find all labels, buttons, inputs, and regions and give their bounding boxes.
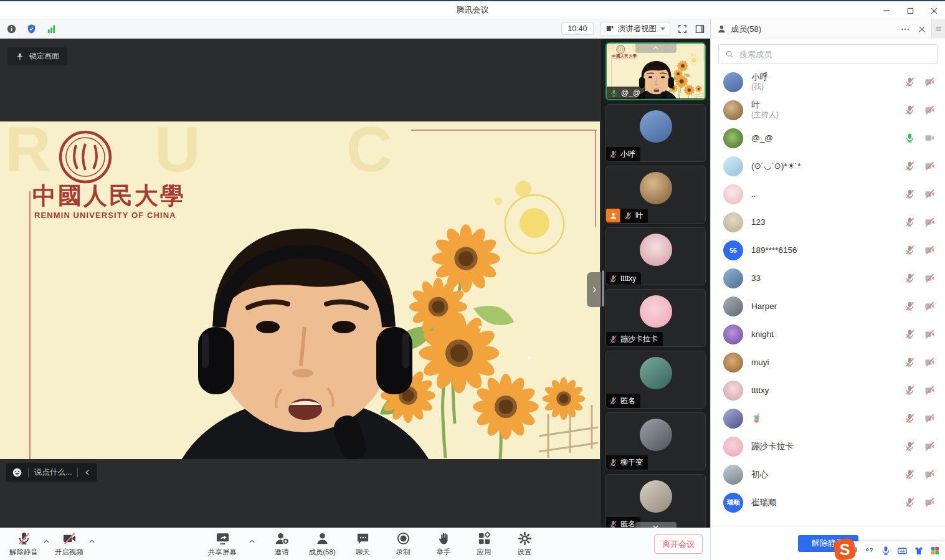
member-row[interactable]: 叶(主持人) bbox=[711, 96, 945, 124]
panel-menu-button[interactable] bbox=[931, 19, 945, 38]
network-signal-icon[interactable] bbox=[46, 24, 57, 34]
thumbnail-participant[interactable]: 匿名 bbox=[605, 351, 706, 409]
member-row[interactable]: 瑞顺 崔瑞顺 bbox=[711, 488, 945, 516]
close-panel-button[interactable] bbox=[918, 25, 926, 34]
thumbnail-active-speaker[interactable]: @_@ bbox=[605, 42, 706, 100]
leave-meeting-button[interactable]: 离开会议 bbox=[654, 534, 703, 554]
emoji-icon[interactable] bbox=[12, 467, 22, 478]
member-row[interactable]: Harper bbox=[711, 292, 945, 320]
share-options-chevron[interactable] bbox=[248, 538, 256, 546]
camera-off-icon[interactable] bbox=[924, 329, 935, 339]
member-row[interactable]: 初心 bbox=[711, 460, 945, 488]
ime-voice-input-icon[interactable] bbox=[881, 546, 891, 556]
thumbnail-participant[interactable]: 小呼 bbox=[605, 104, 706, 162]
mic-muted-icon[interactable] bbox=[905, 77, 915, 87]
camera-off-icon[interactable] bbox=[924, 77, 935, 87]
side-panel-toggle-button[interactable] bbox=[695, 24, 705, 34]
member-row[interactable]: 123 bbox=[711, 208, 945, 236]
camera-off-icon[interactable] bbox=[924, 357, 935, 368]
thumbnail-participant[interactable]: 叶 bbox=[605, 166, 706, 224]
ime-punctuation-icon[interactable] bbox=[864, 546, 875, 556]
mic-muted-icon[interactable] bbox=[905, 385, 915, 396]
mic-muted-icon[interactable] bbox=[905, 329, 915, 339]
share-screen-button[interactable]: 共享屏幕 bbox=[207, 531, 237, 557]
mic-muted-icon[interactable] bbox=[905, 189, 915, 199]
camera-off-icon[interactable] bbox=[924, 245, 935, 255]
member-row[interactable]: muyi bbox=[711, 348, 945, 376]
ime-keyboard-icon[interactable] bbox=[897, 546, 908, 556]
thumbnail-participant[interactable]: 柳干变 bbox=[605, 412, 706, 470]
scroll-thumbnails-down-button[interactable] bbox=[635, 522, 677, 528]
member-row[interactable]: 蹦沙卡拉卡 bbox=[711, 432, 945, 460]
audio-options-chevron[interactable] bbox=[42, 538, 50, 546]
camera-off-icon[interactable] bbox=[924, 105, 935, 115]
search-box[interactable] bbox=[718, 44, 938, 64]
member-row[interactable]: ttttxy bbox=[711, 376, 945, 404]
pin-view-button[interactable]: 锁定画面 bbox=[7, 47, 67, 65]
unmute-button[interactable]: 解除静音 bbox=[9, 531, 39, 557]
main-video-stage[interactable]: 锁定画面 说点什么... bbox=[0, 39, 601, 528]
invite-button[interactable]: 邀请 bbox=[267, 531, 297, 557]
mic-muted-icon[interactable] bbox=[905, 301, 915, 311]
camera-off-icon[interactable] bbox=[924, 301, 935, 311]
camera-off-icon[interactable] bbox=[924, 217, 935, 227]
camera-off-icon[interactable] bbox=[924, 189, 935, 199]
thumbnail-participant[interactable]: ttttxy bbox=[605, 227, 706, 285]
member-row[interactable]: 33 bbox=[711, 264, 945, 292]
camera-off-icon[interactable] bbox=[924, 497, 935, 508]
mic-muted-icon[interactable] bbox=[905, 245, 915, 255]
mic-muted-icon[interactable] bbox=[905, 273, 915, 283]
thumbnail-scrollbar[interactable] bbox=[602, 270, 604, 306]
thumbnail-participant[interactable]: 匿名 bbox=[605, 474, 706, 528]
raise-hand-button[interactable]: 举手 bbox=[429, 531, 458, 557]
mic-muted-icon[interactable] bbox=[905, 217, 915, 227]
camera-off-icon[interactable] bbox=[924, 441, 935, 452]
camera-on-icon[interactable] bbox=[924, 133, 935, 143]
view-mode-selector[interactable]: 演讲者视图 bbox=[601, 22, 671, 36]
scroll-thumbnails-up-button[interactable] bbox=[635, 44, 677, 53]
mic-on-icon[interactable] bbox=[905, 133, 915, 143]
members-button[interactable]: 成员(58) bbox=[307, 531, 337, 557]
camera-off-icon[interactable] bbox=[924, 273, 935, 283]
record-button[interactable]: 录制 bbox=[388, 531, 418, 557]
video-options-chevron[interactable] bbox=[88, 538, 96, 546]
sogou-ime-logo[interactable]: S bbox=[832, 537, 858, 560]
maximize-button[interactable] bbox=[903, 3, 918, 18]
mic-muted-icon[interactable] bbox=[905, 497, 915, 508]
mic-muted-icon[interactable] bbox=[905, 161, 915, 171]
minimize-button[interactable] bbox=[879, 3, 894, 18]
chat-input-placeholder[interactable]: 说点什么... bbox=[34, 467, 72, 478]
quick-chat-bar[interactable]: 说点什么... bbox=[6, 463, 97, 482]
camera-off-icon[interactable] bbox=[924, 413, 935, 424]
member-row[interactable]: knight bbox=[711, 320, 945, 348]
camera-off-icon[interactable] bbox=[924, 385, 935, 396]
member-row[interactable]: 🧋 bbox=[711, 404, 945, 432]
ime-skin-icon[interactable] bbox=[914, 546, 924, 556]
close-window-button[interactable] bbox=[926, 3, 941, 18]
meeting-info-icon[interactable] bbox=[6, 24, 17, 34]
ime-toolbox-icon[interactable] bbox=[930, 546, 940, 556]
settings-button[interactable]: 设置 bbox=[510, 531, 539, 557]
member-row[interactable]: (⊙´◡`⊙)*☀˙* bbox=[711, 152, 945, 180]
camera-off-icon[interactable] bbox=[924, 469, 935, 480]
start-video-button[interactable]: 开启视频 bbox=[54, 531, 84, 557]
mic-muted-icon[interactable] bbox=[905, 441, 915, 452]
thumbnail-participant[interactable]: 蹦沙卡拉卡 bbox=[605, 289, 706, 347]
security-shield-icon[interactable] bbox=[26, 24, 37, 34]
member-row[interactable]: 小呼(我) bbox=[711, 68, 945, 96]
mic-muted-icon[interactable] bbox=[905, 413, 915, 424]
collapse-thumbnails-handle[interactable] bbox=[587, 272, 601, 307]
camera-off-icon[interactable] bbox=[924, 161, 935, 171]
collapse-chat-icon[interactable] bbox=[83, 468, 92, 477]
mic-muted-icon[interactable] bbox=[905, 469, 915, 480]
member-row[interactable]: 56 189****6156 bbox=[711, 236, 945, 264]
mic-muted-icon[interactable] bbox=[905, 105, 915, 115]
fullscreen-button[interactable] bbox=[677, 24, 688, 34]
member-row[interactable]: @_@ bbox=[711, 124, 945, 152]
search-members-input[interactable] bbox=[738, 49, 931, 60]
member-row[interactable]: .. bbox=[711, 180, 945, 208]
mic-muted-icon[interactable] bbox=[905, 357, 915, 368]
chat-button[interactable]: 聊天 bbox=[348, 531, 378, 557]
more-options-button[interactable] bbox=[900, 24, 910, 34]
apps-button[interactable]: 应用 bbox=[469, 531, 499, 557]
